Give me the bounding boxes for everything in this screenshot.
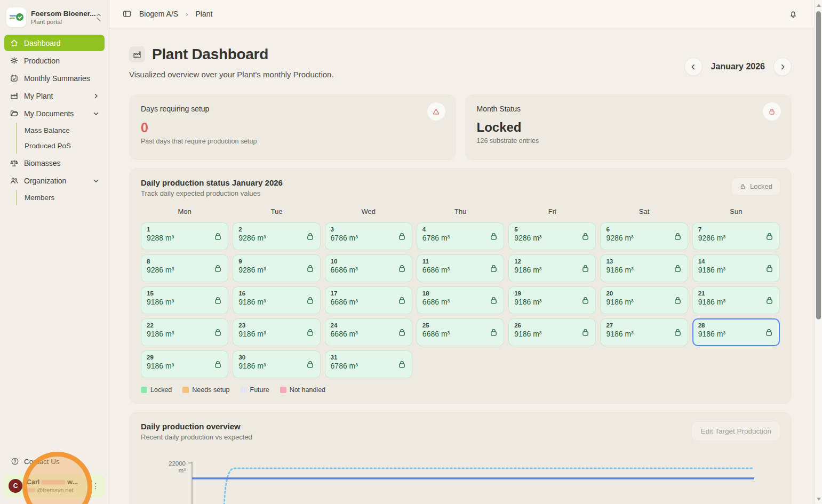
lock-icon bbox=[213, 296, 222, 305]
lock-icon bbox=[581, 296, 590, 305]
calendar-day-cell[interactable]: 29286 m³ bbox=[233, 222, 320, 250]
lock-icon bbox=[213, 360, 222, 369]
stat-cards-row: Days requiring setup 0 Past days that re… bbox=[129, 94, 792, 160]
calendar-day-cell[interactable]: 129186 m³ bbox=[508, 254, 596, 282]
edit-target-production-button[interactable]: Edit Target Production bbox=[692, 422, 780, 441]
calendar-day-cell[interactable]: 99286 m³ bbox=[233, 254, 320, 282]
calendar-day-cell[interactable]: 79286 m³ bbox=[692, 222, 780, 250]
day-production-value: 9286 m³ bbox=[698, 234, 774, 242]
sidebar-item-monthly-summaries[interactable]: Monthly Summaries bbox=[4, 70, 105, 86]
calendar-day-cell[interactable]: 239186 m³ bbox=[233, 318, 320, 346]
day-number: 16 bbox=[238, 290, 314, 297]
bell-icon[interactable] bbox=[788, 9, 798, 19]
calendar-day-cell[interactable]: 269186 m³ bbox=[508, 318, 596, 346]
day-production-value: 9186 m³ bbox=[238, 330, 314, 338]
lock-icon bbox=[489, 232, 498, 241]
calendar-day-cell[interactable]: 169186 m³ bbox=[233, 286, 320, 314]
breadcrumb-page[interactable]: Plant bbox=[196, 10, 213, 18]
user-menu[interactable]: C Carl w... @fremsyn.net ⋮ bbox=[4, 474, 105, 498]
calendar-day-cell[interactable]: 289186 m³ bbox=[692, 318, 780, 346]
legend-item: Needs setup bbox=[182, 386, 229, 394]
sidebar-item-my-plant[interactable]: My Plant bbox=[4, 87, 105, 104]
calendar-day-cell[interactable]: 279186 m³ bbox=[600, 318, 688, 346]
lock-icon bbox=[397, 296, 406, 305]
day-number: 28 bbox=[698, 322, 774, 329]
scrollbar-thumb[interactable] bbox=[816, 11, 821, 319]
sidebar-item-produced-pos[interactable]: Produced PoS bbox=[17, 138, 105, 154]
sidebar-nav: Dashboard Production Monthly Summaries M… bbox=[4, 35, 105, 205]
day-number: 12 bbox=[514, 258, 590, 265]
org-switcher[interactable]: Foersom Bioener... Plant portal bbox=[4, 5, 105, 35]
help-circle-icon bbox=[11, 457, 19, 466]
day-production-value: 9186 m³ bbox=[606, 266, 682, 274]
org-name: Foersom Bioener... bbox=[31, 10, 90, 18]
sidebar-toggle-icon[interactable] bbox=[122, 9, 132, 19]
calendar-day-cell[interactable]: 46786 m³ bbox=[417, 222, 504, 250]
organization-subgroup: Members bbox=[16, 190, 105, 205]
calendar-day-cell[interactable]: 159186 m³ bbox=[141, 286, 228, 314]
panel-subtitle: Recent daily production vs expected bbox=[141, 433, 252, 441]
calendar-day-cell[interactable]: 106686 m³ bbox=[325, 254, 412, 282]
sidebar-item-dashboard[interactable]: Dashboard bbox=[4, 35, 105, 51]
calendar-day-cell[interactable]: 209186 m³ bbox=[600, 286, 688, 314]
legend-item: Not handled bbox=[280, 386, 325, 394]
panel-subtitle: Track daily expected production values bbox=[141, 189, 283, 197]
calendar-day-cell[interactable]: 149186 m³ bbox=[692, 254, 780, 282]
org-logo bbox=[6, 7, 26, 27]
calendar-day-cell[interactable]: 59286 m³ bbox=[508, 222, 596, 250]
y-axis-tick-label: 22000 bbox=[169, 460, 186, 467]
day-production-value: 9186 m³ bbox=[514, 330, 590, 338]
breadcrumb-org[interactable]: Biogem A/S bbox=[139, 10, 178, 18]
calendar-day-cell[interactable]: 309186 m³ bbox=[233, 350, 320, 378]
avatar: C bbox=[9, 479, 22, 493]
calendar-day-cell[interactable]: 176686 m³ bbox=[325, 286, 412, 314]
day-number: 6 bbox=[606, 226, 682, 233]
day-number: 25 bbox=[422, 322, 498, 329]
calendar-day-cell[interactable]: 116686 m³ bbox=[417, 254, 504, 282]
sidebar-item-organization[interactable]: Organization bbox=[4, 172, 105, 189]
lock-icon bbox=[213, 264, 222, 273]
day-number: 11 bbox=[422, 258, 498, 265]
calendar-day-cell[interactable]: 69286 m³ bbox=[600, 222, 688, 250]
lock-icon bbox=[489, 328, 498, 337]
next-month-button[interactable] bbox=[773, 58, 792, 76]
day-number: 19 bbox=[514, 290, 590, 297]
calendar-day-cell[interactable]: 256686 m³ bbox=[417, 318, 504, 346]
calendar-day-cell[interactable]: 36786 m³ bbox=[325, 222, 412, 250]
calendar-day-cell[interactable]: 139186 m³ bbox=[600, 254, 688, 282]
main-area: Biogem A/S › Plant Plant Dashboard Visua… bbox=[109, 0, 814, 504]
day-number: 27 bbox=[606, 322, 682, 329]
day-production-value: 9286 m³ bbox=[606, 234, 682, 242]
calendar-day-cell[interactable]: 246686 m³ bbox=[325, 318, 412, 346]
calendar-day-cell[interactable]: 19288 m³ bbox=[141, 222, 228, 250]
sidebar-item-biomasses[interactable]: Biomasses bbox=[4, 155, 105, 171]
calendar-day-cell[interactable]: 229186 m³ bbox=[141, 318, 228, 346]
legend-label: Not handled bbox=[290, 386, 325, 394]
calendar-day-cell[interactable]: 199186 m³ bbox=[508, 286, 596, 314]
scrollbar-up-arrow[interactable] bbox=[817, 4, 821, 7]
card-title: Days requiring setup bbox=[141, 105, 444, 113]
sidebar-item-my-documents[interactable]: My Documents bbox=[4, 105, 105, 122]
weekday-label: Tue bbox=[233, 207, 320, 215]
weekday-label: Mon bbox=[141, 207, 228, 215]
kebab-menu-icon[interactable]: ⋮ bbox=[91, 482, 100, 490]
prev-month-button[interactable] bbox=[684, 58, 703, 76]
scrollbar-down-arrow[interactable] bbox=[817, 498, 821, 501]
lock-icon bbox=[397, 360, 406, 369]
calendar-day-cell[interactable]: 186686 m³ bbox=[417, 286, 504, 314]
sidebar-item-production[interactable]: Production bbox=[4, 52, 105, 69]
calendar-day-cell[interactable]: 89286 m³ bbox=[141, 254, 228, 282]
day-number: 15 bbox=[147, 290, 222, 297]
calendar-legend: LockedNeeds setupFutureNot handled bbox=[141, 386, 780, 394]
calendar-day-cell[interactable]: 219186 m³ bbox=[692, 286, 780, 314]
calendar-day-cell[interactable]: 299186 m³ bbox=[141, 350, 228, 378]
day-production-value: 6686 m³ bbox=[331, 298, 406, 306]
lock-icon bbox=[489, 296, 498, 305]
sidebar-item-mass-balance[interactable]: Mass Balance bbox=[17, 123, 105, 138]
contact-us-link[interactable]: Contact Us bbox=[4, 453, 105, 470]
day-number: 3 bbox=[331, 226, 406, 233]
sidebar-item-members[interactable]: Members bbox=[17, 190, 105, 205]
daily-production-overview-panel: Daily production overview Recent daily p… bbox=[129, 412, 792, 504]
window-scrollbar[interactable] bbox=[814, 0, 822, 504]
calendar-day-cell[interactable]: 316786 m³ bbox=[325, 350, 412, 378]
